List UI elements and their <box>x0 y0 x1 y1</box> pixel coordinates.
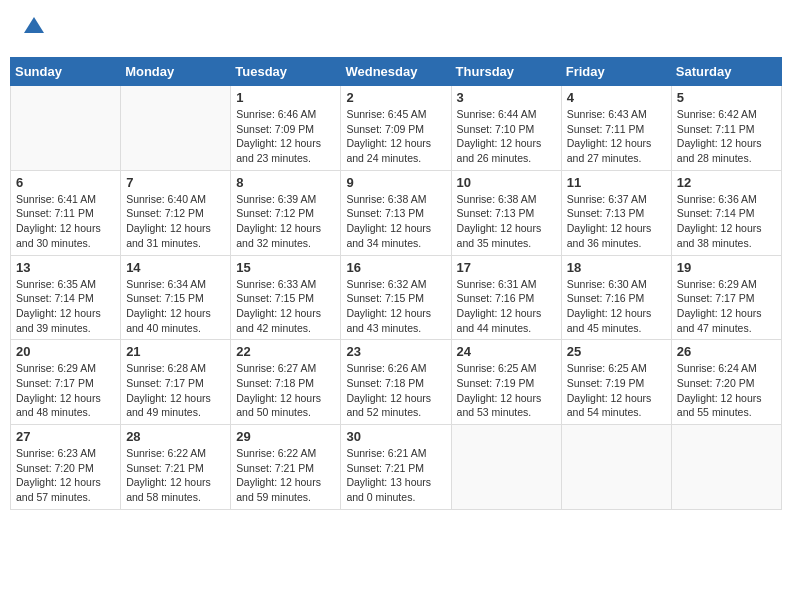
day-info: Sunrise: 6:29 AM Sunset: 7:17 PM Dayligh… <box>16 361 115 420</box>
day-info: Sunrise: 6:45 AM Sunset: 7:09 PM Dayligh… <box>346 107 445 166</box>
logo-icon <box>22 15 46 39</box>
calendar-cell: 29Sunrise: 6:22 AM Sunset: 7:21 PM Dayli… <box>231 425 341 510</box>
calendar-cell: 27Sunrise: 6:23 AM Sunset: 7:20 PM Dayli… <box>11 425 121 510</box>
day-info: Sunrise: 6:42 AM Sunset: 7:11 PM Dayligh… <box>677 107 776 166</box>
day-info: Sunrise: 6:27 AM Sunset: 7:18 PM Dayligh… <box>236 361 335 420</box>
day-number: 13 <box>16 260 115 275</box>
day-info: Sunrise: 6:28 AM Sunset: 7:17 PM Dayligh… <box>126 361 225 420</box>
day-number: 8 <box>236 175 335 190</box>
day-info: Sunrise: 6:25 AM Sunset: 7:19 PM Dayligh… <box>457 361 556 420</box>
svg-marker-0 <box>24 17 44 33</box>
calendar-cell: 2Sunrise: 6:45 AM Sunset: 7:09 PM Daylig… <box>341 86 451 171</box>
day-header-friday: Friday <box>561 58 671 86</box>
calendar-cell: 26Sunrise: 6:24 AM Sunset: 7:20 PM Dayli… <box>671 340 781 425</box>
calendar-cell: 13Sunrise: 6:35 AM Sunset: 7:14 PM Dayli… <box>11 255 121 340</box>
day-header-tuesday: Tuesday <box>231 58 341 86</box>
calendar-week-row: 6Sunrise: 6:41 AM Sunset: 7:11 PM Daylig… <box>11 170 782 255</box>
calendar-week-row: 20Sunrise: 6:29 AM Sunset: 7:17 PM Dayli… <box>11 340 782 425</box>
day-info: Sunrise: 6:31 AM Sunset: 7:16 PM Dayligh… <box>457 277 556 336</box>
day-info: Sunrise: 6:39 AM Sunset: 7:12 PM Dayligh… <box>236 192 335 251</box>
day-info: Sunrise: 6:30 AM Sunset: 7:16 PM Dayligh… <box>567 277 666 336</box>
calendar-cell: 7Sunrise: 6:40 AM Sunset: 7:12 PM Daylig… <box>121 170 231 255</box>
day-info: Sunrise: 6:35 AM Sunset: 7:14 PM Dayligh… <box>16 277 115 336</box>
calendar-week-row: 13Sunrise: 6:35 AM Sunset: 7:14 PM Dayli… <box>11 255 782 340</box>
day-number: 28 <box>126 429 225 444</box>
calendar-cell: 14Sunrise: 6:34 AM Sunset: 7:15 PM Dayli… <box>121 255 231 340</box>
calendar-cell: 15Sunrise: 6:33 AM Sunset: 7:15 PM Dayli… <box>231 255 341 340</box>
calendar-cell: 21Sunrise: 6:28 AM Sunset: 7:17 PM Dayli… <box>121 340 231 425</box>
calendar-cell: 24Sunrise: 6:25 AM Sunset: 7:19 PM Dayli… <box>451 340 561 425</box>
day-number: 17 <box>457 260 556 275</box>
calendar-cell: 8Sunrise: 6:39 AM Sunset: 7:12 PM Daylig… <box>231 170 341 255</box>
day-info: Sunrise: 6:37 AM Sunset: 7:13 PM Dayligh… <box>567 192 666 251</box>
day-info: Sunrise: 6:21 AM Sunset: 7:21 PM Dayligh… <box>346 446 445 505</box>
calendar-cell: 12Sunrise: 6:36 AM Sunset: 7:14 PM Dayli… <box>671 170 781 255</box>
day-number: 12 <box>677 175 776 190</box>
calendar-week-row: 1Sunrise: 6:46 AM Sunset: 7:09 PM Daylig… <box>11 86 782 171</box>
calendar-cell: 23Sunrise: 6:26 AM Sunset: 7:18 PM Dayli… <box>341 340 451 425</box>
day-number: 4 <box>567 90 666 105</box>
day-number: 6 <box>16 175 115 190</box>
day-number: 22 <box>236 344 335 359</box>
day-number: 20 <box>16 344 115 359</box>
day-number: 5 <box>677 90 776 105</box>
day-info: Sunrise: 6:40 AM Sunset: 7:12 PM Dayligh… <box>126 192 225 251</box>
day-info: Sunrise: 6:29 AM Sunset: 7:17 PM Dayligh… <box>677 277 776 336</box>
calendar-cell: 28Sunrise: 6:22 AM Sunset: 7:21 PM Dayli… <box>121 425 231 510</box>
day-number: 9 <box>346 175 445 190</box>
day-number: 30 <box>346 429 445 444</box>
day-number: 23 <box>346 344 445 359</box>
day-number: 29 <box>236 429 335 444</box>
calendar-cell: 19Sunrise: 6:29 AM Sunset: 7:17 PM Dayli… <box>671 255 781 340</box>
day-number: 15 <box>236 260 335 275</box>
day-number: 1 <box>236 90 335 105</box>
day-header-thursday: Thursday <box>451 58 561 86</box>
day-info: Sunrise: 6:44 AM Sunset: 7:10 PM Dayligh… <box>457 107 556 166</box>
calendar-cell: 20Sunrise: 6:29 AM Sunset: 7:17 PM Dayli… <box>11 340 121 425</box>
calendar-cell <box>451 425 561 510</box>
header <box>10 10 782 49</box>
calendar-cell: 18Sunrise: 6:30 AM Sunset: 7:16 PM Dayli… <box>561 255 671 340</box>
day-info: Sunrise: 6:36 AM Sunset: 7:14 PM Dayligh… <box>677 192 776 251</box>
day-number: 24 <box>457 344 556 359</box>
day-info: Sunrise: 6:26 AM Sunset: 7:18 PM Dayligh… <box>346 361 445 420</box>
calendar-cell: 10Sunrise: 6:38 AM Sunset: 7:13 PM Dayli… <box>451 170 561 255</box>
day-info: Sunrise: 6:22 AM Sunset: 7:21 PM Dayligh… <box>236 446 335 505</box>
calendar-cell: 30Sunrise: 6:21 AM Sunset: 7:21 PM Dayli… <box>341 425 451 510</box>
day-number: 18 <box>567 260 666 275</box>
day-info: Sunrise: 6:34 AM Sunset: 7:15 PM Dayligh… <box>126 277 225 336</box>
calendar-cell: 16Sunrise: 6:32 AM Sunset: 7:15 PM Dayli… <box>341 255 451 340</box>
calendar-cell: 4Sunrise: 6:43 AM Sunset: 7:11 PM Daylig… <box>561 86 671 171</box>
day-number: 2 <box>346 90 445 105</box>
day-info: Sunrise: 6:23 AM Sunset: 7:20 PM Dayligh… <box>16 446 115 505</box>
day-info: Sunrise: 6:25 AM Sunset: 7:19 PM Dayligh… <box>567 361 666 420</box>
day-info: Sunrise: 6:38 AM Sunset: 7:13 PM Dayligh… <box>457 192 556 251</box>
day-info: Sunrise: 6:22 AM Sunset: 7:21 PM Dayligh… <box>126 446 225 505</box>
day-number: 14 <box>126 260 225 275</box>
day-header-sunday: Sunday <box>11 58 121 86</box>
calendar-cell <box>671 425 781 510</box>
day-header-saturday: Saturday <box>671 58 781 86</box>
calendar-cell: 5Sunrise: 6:42 AM Sunset: 7:11 PM Daylig… <box>671 86 781 171</box>
day-header-wednesday: Wednesday <box>341 58 451 86</box>
day-info: Sunrise: 6:24 AM Sunset: 7:20 PM Dayligh… <box>677 361 776 420</box>
day-number: 25 <box>567 344 666 359</box>
calendar-cell <box>11 86 121 171</box>
calendar-cell: 22Sunrise: 6:27 AM Sunset: 7:18 PM Dayli… <box>231 340 341 425</box>
day-number: 19 <box>677 260 776 275</box>
day-number: 21 <box>126 344 225 359</box>
day-number: 10 <box>457 175 556 190</box>
day-info: Sunrise: 6:33 AM Sunset: 7:15 PM Dayligh… <box>236 277 335 336</box>
day-info: Sunrise: 6:46 AM Sunset: 7:09 PM Dayligh… <box>236 107 335 166</box>
calendar-cell: 3Sunrise: 6:44 AM Sunset: 7:10 PM Daylig… <box>451 86 561 171</box>
day-info: Sunrise: 6:32 AM Sunset: 7:15 PM Dayligh… <box>346 277 445 336</box>
calendar-cell: 1Sunrise: 6:46 AM Sunset: 7:09 PM Daylig… <box>231 86 341 171</box>
calendar-cell: 6Sunrise: 6:41 AM Sunset: 7:11 PM Daylig… <box>11 170 121 255</box>
calendar-header-row: SundayMondayTuesdayWednesdayThursdayFrid… <box>11 58 782 86</box>
calendar-cell: 25Sunrise: 6:25 AM Sunset: 7:19 PM Dayli… <box>561 340 671 425</box>
calendar-cell: 9Sunrise: 6:38 AM Sunset: 7:13 PM Daylig… <box>341 170 451 255</box>
day-number: 16 <box>346 260 445 275</box>
calendar-cell <box>121 86 231 171</box>
calendar-week-row: 27Sunrise: 6:23 AM Sunset: 7:20 PM Dayli… <box>11 425 782 510</box>
day-number: 27 <box>16 429 115 444</box>
